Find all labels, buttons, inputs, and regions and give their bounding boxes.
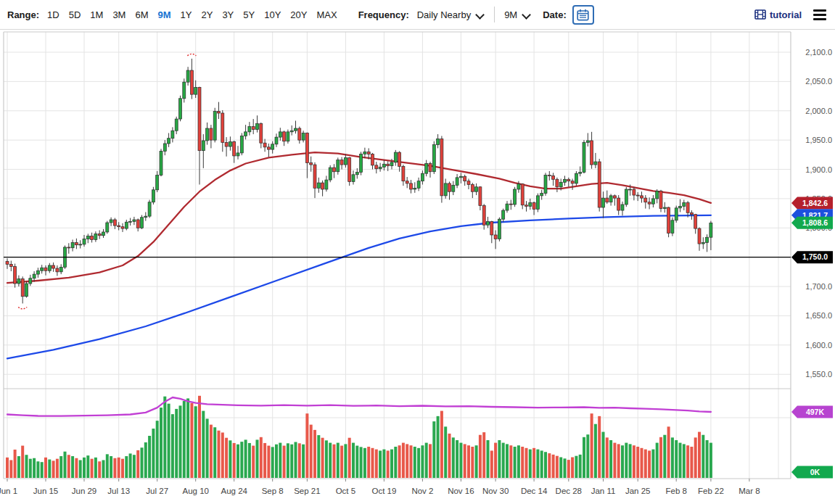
- flag-label: 0K: [810, 468, 820, 476]
- range-option-2y[interactable]: 2Y: [201, 9, 213, 20]
- svg-text:Aug 10: Aug 10: [182, 487, 208, 495]
- svg-text:Aug 24: Aug 24: [221, 487, 247, 495]
- svg-text:Jul 13: Jul 13: [107, 487, 130, 495]
- tutorial-link[interactable]: tutorial: [754, 9, 802, 20]
- range-option-10y[interactable]: 10Y: [264, 9, 281, 20]
- svg-text:Sep 8: Sep 8: [262, 487, 284, 495]
- svg-text:2,000.0: 2,000.0: [805, 107, 832, 115]
- svg-text:Nov 2: Nov 2: [411, 487, 433, 495]
- range-option-6m[interactable]: 6M: [135, 9, 148, 20]
- svg-text:Dec 14: Dec 14: [521, 487, 548, 495]
- chart-toolbar: Range: 1D5D1M3M6M9M1Y2Y3Y5Y10Y20YMAX Fre…: [0, 0, 835, 30]
- range-option-1m[interactable]: 1M: [90, 9, 103, 20]
- svg-text:Dec 28: Dec 28: [556, 487, 582, 495]
- date-label: Date:: [543, 9, 567, 20]
- svg-text:Nov 30: Nov 30: [482, 487, 509, 495]
- range-list: 1D5D1M3M6M9M1Y2Y3Y5Y10Y20YMAX: [47, 9, 347, 20]
- svg-text:Jun 1: Jun 1: [0, 487, 17, 495]
- price-chart-canvas[interactable]: Jun 1Jun 15Jun 29Jul 13Jul 27Aug 10Aug 2…: [0, 0, 835, 504]
- range-option-1d[interactable]: 1D: [47, 9, 59, 20]
- frequency-label: Frequency:: [358, 9, 409, 20]
- svg-text:Sep 21: Sep 21: [294, 487, 320, 495]
- date-group: Date:: [543, 5, 594, 25]
- svg-text:Jan 11: Jan 11: [591, 487, 616, 495]
- period-value: 9M: [504, 9, 517, 20]
- range-option-1y[interactable]: 1Y: [181, 9, 192, 20]
- film-icon: [754, 9, 766, 20]
- svg-text:Jun 15: Jun 15: [33, 487, 59, 495]
- svg-text:Jan 25: Jan 25: [625, 487, 651, 495]
- flag-label: 1,842.6: [802, 199, 828, 207]
- menu-button[interactable]: [813, 9, 826, 20]
- svg-text:1,700.0: 1,700.0: [805, 282, 832, 291]
- svg-text:Feb 8: Feb 8: [665, 487, 686, 495]
- range-option-5d[interactable]: 5D: [69, 9, 81, 20]
- calendar-icon: [577, 9, 589, 21]
- range-option-max[interactable]: MAX: [316, 9, 337, 20]
- flag-label: 1,808.6: [802, 218, 828, 227]
- range-option-3m[interactable]: 3M: [112, 9, 126, 20]
- range-option-9m[interactable]: 9M: [158, 9, 171, 20]
- svg-text:Oct 19: Oct 19: [371, 487, 396, 495]
- svg-text:1,650.0: 1,650.0: [805, 311, 832, 320]
- period-dropdown[interactable]: 9M: [504, 9, 531, 20]
- frequency-group: Frequency: Daily Nearby: [358, 9, 485, 20]
- svg-text:Jul 27: Jul 27: [146, 487, 168, 495]
- svg-text:2,100.0: 2,100.0: [805, 48, 832, 57]
- toolbar-divider: [494, 7, 495, 22]
- svg-text:2,050.0: 2,050.0: [805, 77, 832, 86]
- svg-text:Feb 22: Feb 22: [698, 487, 724, 495]
- svg-text:1,600.0: 1,600.0: [805, 341, 832, 350]
- calendar-button[interactable]: [572, 5, 594, 25]
- range-label: Range:: [7, 9, 39, 20]
- chevron-down-icon: [522, 10, 531, 20]
- svg-text:Nov 16: Nov 16: [448, 487, 474, 495]
- flag-label: 497K: [806, 408, 825, 416]
- range-option-3y[interactable]: 3Y: [222, 9, 234, 20]
- svg-text:Mar 8: Mar 8: [739, 487, 760, 495]
- chevron-down-icon: [475, 10, 485, 20]
- range-option-20y[interactable]: 20Y: [290, 9, 307, 20]
- svg-text:1,900.0: 1,900.0: [805, 165, 832, 174]
- svg-text:Oct 5: Oct 5: [336, 487, 355, 495]
- tutorial-label: tutorial: [770, 9, 802, 20]
- frequency-dropdown[interactable]: Daily Nearby: [417, 9, 485, 20]
- svg-text:1,950.0: 1,950.0: [805, 136, 832, 144]
- flag-label: 1,750.0: [802, 252, 828, 261]
- frequency-value: Daily Nearby: [417, 9, 471, 20]
- svg-text:1,550.0: 1,550.0: [805, 370, 832, 379]
- range-option-5y[interactable]: 5Y: [243, 9, 255, 20]
- svg-text:Jun 29: Jun 29: [72, 487, 97, 495]
